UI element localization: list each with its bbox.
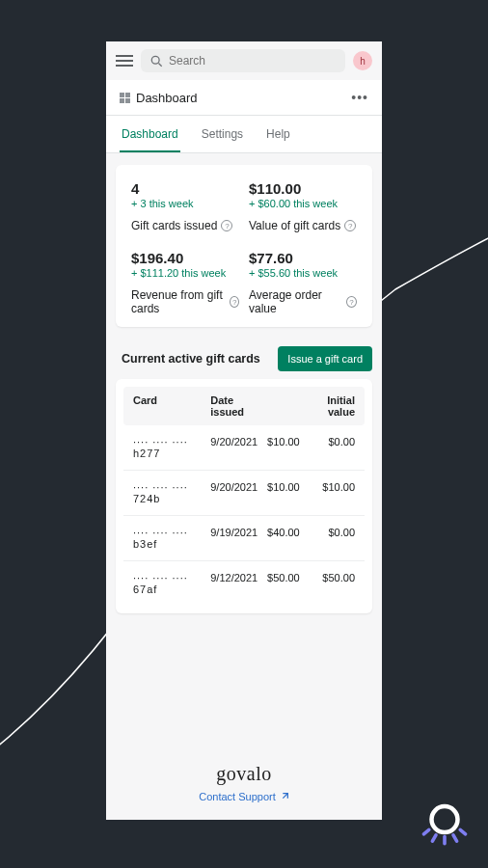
stat-label: Revenue from gift cards? (131, 288, 239, 315)
tabs: Dashboard Settings Help (106, 116, 382, 153)
table-row[interactable]: ···· ···· ···· 724b 9/20/2021 $10.00 $10… (123, 471, 365, 516)
svg-point-0 (151, 56, 159, 64)
menu-icon[interactable] (116, 52, 133, 69)
contact-support-link[interactable]: Contact Support (199, 791, 289, 802)
external-link-icon (280, 792, 289, 801)
svg-line-4 (432, 835, 436, 841)
stat-label: Average order value? (249, 288, 357, 315)
svg-line-6 (423, 829, 428, 834)
page-title: Dashboard (136, 91, 351, 105)
table-row[interactable]: ···· ···· ···· 67af 9/12/2021 $50.00 $50… (123, 561, 365, 606)
help-icon[interactable]: ? (221, 220, 232, 231)
stat-delta: + $111.20 this week (131, 267, 239, 279)
stat-value: 4 (131, 180, 239, 197)
app-icon (120, 93, 130, 103)
help-icon[interactable]: ? (230, 296, 239, 308)
table-row[interactable]: ···· ···· ···· b3ef 9/19/2021 $40.00 $0.… (123, 516, 365, 561)
help-icon[interactable]: ? (346, 296, 357, 308)
tab-help[interactable]: Help (264, 116, 292, 152)
svg-line-7 (460, 829, 465, 834)
svg-line-5 (453, 835, 457, 841)
svg-line-1 (158, 63, 161, 66)
issue-gift-card-button[interactable]: Issue a gift card (278, 346, 372, 371)
stat-label: Value of gift cards? (249, 219, 357, 232)
stat-value: $196.40 (131, 250, 239, 266)
stat-delta: + $60.00 this week (249, 198, 357, 209)
th-initial: Initial value (309, 394, 355, 418)
table-row[interactable]: ···· ···· ···· h277 9/20/2021 $10.00 $0.… (123, 425, 365, 471)
stat-delta: + $55.60 this week (249, 267, 357, 279)
th-date: Date issued (210, 394, 267, 418)
search-icon (150, 55, 163, 68)
stat-label: Gift cards issued? (131, 219, 239, 232)
help-icon[interactable]: ? (344, 220, 356, 231)
stat-value: $110.00 (249, 180, 357, 197)
section-title: Current active gift cards (122, 352, 260, 366)
th-card: Card (133, 394, 210, 418)
stat-delta: + 3 this week (131, 198, 239, 209)
search-input[interactable] (141, 49, 345, 72)
tab-settings[interactable]: Settings (200, 116, 245, 152)
avatar[interactable]: h (353, 51, 372, 70)
stats-card: 4 + 3 this week Gift cards issued? $110.… (116, 165, 372, 327)
stat-value: $77.60 (249, 250, 357, 266)
chat-widget[interactable] (419, 799, 471, 851)
gift-cards-table: Card Date issued Initial value ···· ····… (116, 379, 372, 613)
svg-point-2 (432, 806, 458, 832)
more-icon[interactable]: ••• (351, 90, 368, 105)
brand-logo: govalo (106, 763, 382, 785)
tab-dashboard[interactable]: Dashboard (120, 116, 180, 152)
